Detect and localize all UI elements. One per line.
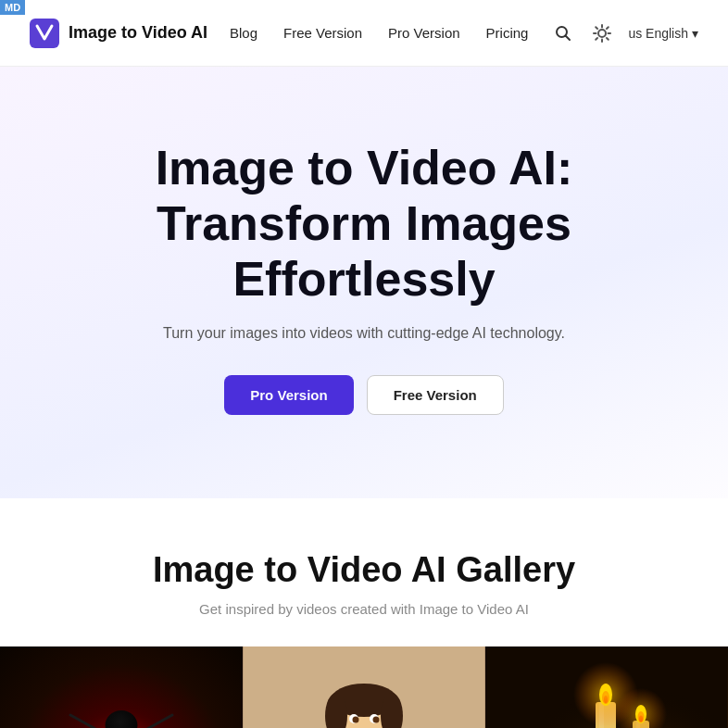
svg-point-30 xyxy=(373,717,380,723)
gallery-item-candle[interactable] xyxy=(485,646,728,728)
hero-subtitle: Turn your images into videos with cuttin… xyxy=(163,325,565,342)
language-selector[interactable]: us English ▾ xyxy=(628,26,698,41)
candle-visual xyxy=(485,646,728,728)
nav-pricing[interactable]: Pricing xyxy=(486,25,529,41)
spider-visual xyxy=(80,706,163,728)
svg-point-29 xyxy=(353,717,359,723)
svg-line-9 xyxy=(607,38,609,40)
md-badge: MD xyxy=(0,0,25,15)
nav-blog[interactable]: Blog xyxy=(230,25,257,41)
svg-line-2 xyxy=(566,35,571,40)
svg-point-3 xyxy=(598,30,606,37)
search-button[interactable] xyxy=(550,20,576,46)
gallery-subtitle: Get inspired by videos created with Imag… xyxy=(0,601,728,617)
search-icon xyxy=(554,24,572,43)
gallery-row xyxy=(0,646,728,728)
nav-free-version[interactable]: Free Version xyxy=(283,25,362,41)
svg-line-12 xyxy=(70,715,112,728)
lang-label: us English xyxy=(628,26,688,41)
theme-toggle-button[interactable] xyxy=(589,20,615,46)
gallery-title: Image to Video AI Gallery xyxy=(0,550,728,590)
navbar-right: us English ▾ xyxy=(550,20,698,46)
svg-line-8 xyxy=(596,27,598,29)
pro-version-button[interactable]: Pro Version xyxy=(224,375,353,415)
navbar-left: Image to Video AI xyxy=(30,19,207,48)
sun-icon xyxy=(593,24,611,43)
chevron-down-icon: ▾ xyxy=(692,26,698,41)
free-version-button[interactable]: Free Version xyxy=(367,375,504,415)
svg-line-10 xyxy=(607,27,609,29)
logo-icon xyxy=(30,19,59,48)
navbar-title: Image to Video AI xyxy=(69,23,207,43)
gallery-item-spider[interactable] xyxy=(0,646,243,728)
nav-pro-version[interactable]: Pro Version xyxy=(388,25,460,41)
hero-section: Image to Video AI: Transform Images Effo… xyxy=(0,67,728,498)
gallery-item-woman[interactable] xyxy=(243,646,485,728)
svg-rect-0 xyxy=(30,19,59,48)
hero-buttons: Pro Version Free Version xyxy=(224,375,503,415)
woman-visual xyxy=(243,646,485,728)
svg-line-11 xyxy=(596,38,598,40)
svg-line-16 xyxy=(131,715,172,728)
navbar: Image to Video AI Blog Free Version Pro … xyxy=(0,0,728,67)
navbar-nav: Blog Free Version Pro Version Pricing xyxy=(230,25,528,41)
gallery-section: Image to Video AI Gallery Get inspired b… xyxy=(0,498,728,728)
hero-title: Image to Video AI: Transform Images Effo… xyxy=(49,141,679,307)
